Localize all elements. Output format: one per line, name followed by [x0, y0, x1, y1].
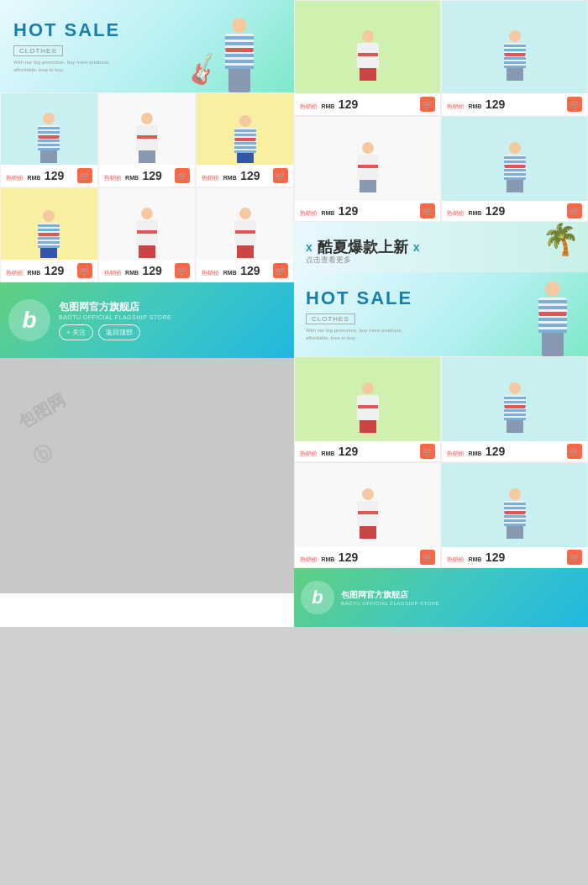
right-product-card-2[interactable]: 热销价 RMB 129 🛒	[441, 0, 588, 116]
right-hero-title: HOT SALE	[306, 287, 423, 309]
right-product-card-6[interactable]: 热销价 RMB 129 🛒	[441, 356, 588, 462]
cart-btn-2[interactable]: 🛒	[175, 168, 190, 183]
rp-cart-5[interactable]: 🛒	[420, 444, 435, 459]
product-person-2	[122, 96, 172, 163]
product-card-5[interactable]: 热销价 RMB 129 🛒	[98, 187, 197, 282]
cart-btn-6[interactable]: 🛒	[273, 263, 288, 278]
rpl-4	[507, 180, 523, 192]
rp-cart-6[interactable]: 🛒	[567, 444, 582, 459]
rpb-3	[357, 155, 379, 180]
pp-body-3	[234, 128, 256, 153]
rp-cart-1[interactable]: 🛒	[420, 97, 435, 112]
product-img-6	[197, 188, 293, 260]
hero-subtitle-left: CLOTHES	[13, 45, 63, 56]
right-price-bar-3: 热销价 RMB 129 🛒	[295, 201, 440, 221]
rp-cart-2[interactable]: 🛒	[567, 97, 582, 112]
summer-banner[interactable]: x 酷夏爆款上新 x 🌴 点击查看更多	[294, 222, 588, 272]
product-card-6[interactable]: 热销价 RMB 129 🛒	[196, 187, 294, 282]
rp-amount-8: 129	[486, 550, 505, 564]
watermark-icon-left: ⓑ	[29, 440, 57, 471]
price-bar-3: 热销价 RMB 129 🛒	[197, 165, 293, 187]
price-info-4: 热销价 RMB 129	[6, 263, 64, 278]
right-product-card-3[interactable]: 热销价 RMB 129 🛒	[294, 116, 441, 222]
left-panel: HOT SALE CLOTHES With our big promotion,…	[0, 0, 294, 627]
price-label-5: 热销价	[104, 270, 122, 276]
rp-rmb-7: RMB	[321, 556, 334, 562]
rp-person-7	[343, 471, 393, 539]
price-rmb-6: RMB	[223, 270, 237, 276]
store-name-right: 包图网官方旗舰店	[341, 589, 581, 601]
price-bar-1: 热销价 RMB 129 🛒	[1, 165, 97, 187]
right-product-card-7[interactable]: 热销价 RMB 129 🛒	[294, 462, 441, 568]
cart-btn-1[interactable]: 🛒	[77, 168, 92, 183]
rp-person-8	[490, 471, 540, 539]
price-rmb-5: RMB	[125, 270, 139, 276]
price-info-3: 热销价 RMB 129	[202, 168, 260, 183]
rp-label-1: 热销价	[300, 103, 318, 109]
right-product-img-5	[295, 357, 440, 441]
price-rmb-4: RMB	[27, 270, 40, 276]
pp-legs-5	[139, 245, 155, 258]
product-person-1	[24, 96, 74, 163]
main-container: HOT SALE CLOTHES With our big promotion,…	[0, 0, 588, 627]
product-card-3[interactable]: 热销价 RMB 129 🛒	[196, 92, 294, 187]
right-product-card-1[interactable]: 热销价 RMB 129 🛒	[294, 0, 441, 116]
follow-button-left[interactable]: + 关注	[59, 324, 93, 340]
rp-cart-7[interactable]: 🛒	[420, 550, 435, 565]
store-info-left: 包图网官方旗舰店 BAOTU OFFICIAL FLAGSHIP STORE +…	[59, 300, 286, 340]
right-hero-figure	[525, 277, 580, 356]
cart-btn-4[interactable]: 🛒	[77, 263, 92, 278]
hero-text-left: HOT SALE CLOTHES With our big promotion,…	[13, 19, 131, 73]
right-product-card-4[interactable]: 热销价 RMB 129 🛒	[441, 116, 588, 222]
right-product-img-3	[295, 117, 440, 201]
right-hero-desc: With our big promotion, buy more product…	[306, 327, 423, 341]
rp-cart-4[interactable]: 🛒	[567, 203, 582, 219]
cart-btn-3[interactable]: 🛒	[273, 168, 288, 183]
price-amount-3: 129	[240, 169, 260, 182]
right-hero-text: HOT SALE CLOTHES With our big promotion,…	[306, 287, 423, 341]
back-top-button-left[interactable]: 返回顶部	[98, 324, 140, 340]
rp-person-3	[343, 125, 393, 192]
right-product-row-4: 热销价 RMB 129 🛒 热销价	[294, 462, 588, 568]
person-body	[225, 34, 254, 69]
hero-title-left: HOT SALE	[13, 19, 131, 41]
rp-person-1	[343, 13, 393, 81]
rph-8	[509, 488, 521, 500]
rpb-1	[357, 43, 379, 68]
store-banner-left: b 包图网官方旗舰店 BAOTU OFFICIAL FLAGSHIP STORE…	[0, 282, 294, 358]
rph-3	[362, 142, 374, 154]
rp-amount-4: 129	[486, 204, 505, 218]
right-product-img-7	[295, 463, 440, 547]
product-person-6	[220, 191, 270, 258]
right-product-img-2	[442, 1, 587, 93]
store-banner-right: b 包图网官方旗舰店 BAOTU OFFICIAL FLAGSHIP STORE	[294, 568, 588, 627]
cart-btn-5[interactable]: 🛒	[175, 263, 190, 278]
right-price-bar-7: 热销价 RMB 129 🛒	[295, 547, 440, 567]
pp-head-6	[239, 208, 251, 219]
rp-person-4	[490, 125, 540, 192]
price-info-5: 热销价 RMB 129	[104, 263, 162, 278]
right-product-img-6	[442, 357, 587, 441]
rpb-4	[504, 155, 526, 180]
product-card-4[interactable]: 热销价 RMB 129 🛒	[0, 187, 98, 282]
right-product-row-3: 热销价 RMB 129 🛒 热销价	[294, 356, 588, 462]
rp-label-3: 热销价	[300, 210, 318, 216]
right-product-row-2: 热销价 RMB 129 🛒 热销价	[294, 116, 588, 222]
product-card-1[interactable]: 热销价 RMB 129 🛒	[0, 92, 98, 187]
rp-label-6: 热销价	[447, 450, 465, 456]
summer-subtitle[interactable]: 点击查看更多	[306, 255, 351, 266]
rp-rmb-3: RMB	[321, 210, 334, 216]
pp-head-2	[141, 113, 153, 124]
price-bar-4: 热销价 RMB 129 🛒	[1, 260, 97, 282]
right-price-bar-6: 热销价 RMB 129 🛒	[442, 441, 587, 461]
rp-cart-3[interactable]: 🛒	[420, 203, 435, 219]
gray-area-left: 包图网 ⓑ	[0, 358, 294, 593]
right-product-img-4	[442, 117, 587, 201]
product-card-2[interactable]: 热销价 RMB 129 🛒	[98, 92, 197, 187]
right-top-products: 热销价 RMB 129 🛒 热销价	[294, 0, 588, 116]
rp-amount-6: 129	[486, 445, 505, 458]
rp-cart-8[interactable]: 🛒	[567, 550, 582, 565]
right-product-card-5[interactable]: 热销价 RMB 129 🛒	[294, 356, 441, 462]
pp-legs-2	[139, 150, 155, 163]
right-product-card-8[interactable]: 热销价 RMB 129 🛒	[441, 462, 588, 568]
